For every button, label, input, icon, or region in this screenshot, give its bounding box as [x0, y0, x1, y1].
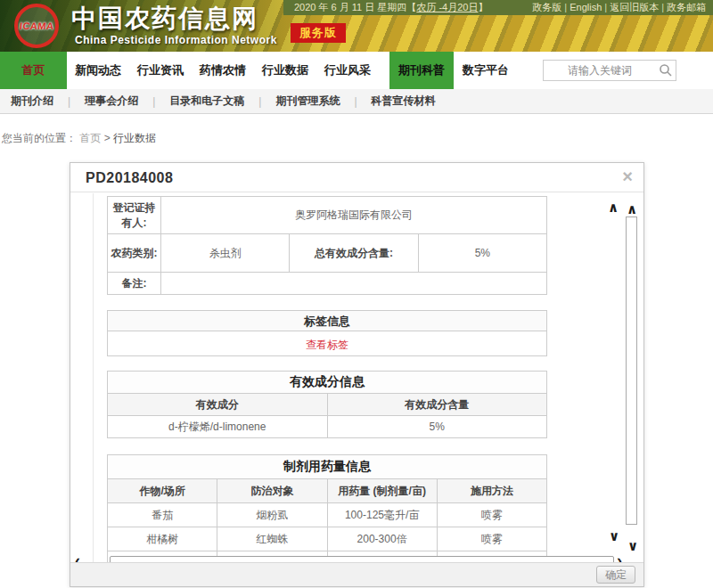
date-text: 2020 年 6 月 11 日 星期四【农历 -4月20日】: [294, 1, 488, 14]
modal-footer: 确定: [70, 562, 643, 586]
close-icon[interactable]: ×: [622, 167, 633, 185]
tab-journal-science[interactable]: 期刊科普: [389, 52, 454, 89]
registration-info-table: 登记证持有人: 奥罗阿格瑞国际有限公司 农药类别: 杀虫剂 总有效成分含量: 5…: [107, 196, 547, 295]
col-ingredient-content: 有效成分含量: [327, 394, 547, 416]
tab-industry-style[interactable]: 行业风采: [316, 52, 379, 89]
tab-pesticide-agri[interactable]: 药情农情: [192, 52, 254, 89]
col-method: 施用方法: [437, 479, 546, 503]
outer-scroll-up-icon[interactable]: ∧: [627, 202, 637, 216]
holder-value: 奥罗阿格瑞国际有限公司: [161, 197, 547, 234]
top-link-gov-mail[interactable]: 政务邮箱: [667, 2, 706, 12]
col-crop-site: 作物/场所: [108, 479, 217, 503]
dosage-table: 制剂用药量信息 作物/场所 防治对象 用药量 (制剂量/亩) 施用方法 番茄 烟…: [107, 454, 547, 564]
subnav-journal-system[interactable]: 期刊管理系统: [274, 94, 341, 109]
col-ingredient: 有效成分: [108, 394, 328, 416]
label-info-section: 标签信息 查看标签: [107, 310, 547, 356]
outer-scroll-down-icon[interactable]: ∨: [627, 539, 638, 552]
view-label-link[interactable]: 查看标签: [306, 339, 348, 351]
remark-value: [161, 273, 547, 295]
subnav-council-intro[interactable]: 理事会介绍: [83, 94, 140, 109]
page: ICAMA 中国农药信息网 China Pesticide Informatio…: [0, 0, 713, 588]
breadcrumb-current: 行业数据: [113, 132, 156, 144]
subnav-catalog-manuscript[interactable]: 目录和电子文稿: [168, 94, 246, 109]
top-link-old-version[interactable]: 返回旧版本: [610, 2, 659, 12]
modal-scroll-viewport: 登记证持有人: 奥罗阿格瑞国际有限公司 农药类别: 杀虫剂 总有效成分含量: 5…: [93, 193, 625, 564]
ingredient-section-title: 有效成分信息: [108, 372, 547, 394]
category-value: 杀虫剂: [161, 234, 290, 273]
table-row: d-柠檬烯/d-limonene 5%: [108, 416, 547, 438]
tab-home[interactable]: 首页: [0, 52, 67, 89]
search-icon[interactable]: [659, 63, 673, 78]
content-value: 5%: [418, 234, 546, 273]
search-area: [543, 52, 676, 89]
sub-nav: 期刊介绍| 理事会介绍| 目录和电子文稿| 期刊管理系统| 科普宣传材料: [0, 89, 713, 114]
icama-logo[interactable]: ICAMA: [14, 4, 59, 48]
tab-industry-info[interactable]: 行业资讯: [129, 52, 192, 89]
content-label: 总有效成分含量:: [290, 234, 418, 273]
service-version-badge[interactable]: 服务版: [291, 23, 346, 43]
main-nav: 首页 新闻动态 行业资讯 药情农情 行业数据 行业风采 期刊科普 数字平台: [0, 52, 713, 89]
label-info-title: 标签信息: [108, 311, 546, 331]
logo-text: ICAMA: [19, 20, 54, 31]
site-title: 中国农药信息网: [71, 2, 258, 36]
table-row: 番茄 烟粉虱 100-125毫升/亩 喷雾: [108, 503, 547, 527]
search-input[interactable]: [543, 60, 676, 81]
active-ingredient-table: 有效成分信息 有效成分 有效成分含量 d-柠檬烯/d-limonene 5%: [107, 371, 547, 438]
holder-label: 登记证持有人:: [108, 197, 161, 234]
breadcrumb-separator: >: [104, 132, 111, 144]
subnav-journal-intro[interactable]: 期刊介绍: [9, 94, 55, 109]
category-label: 农药类别:: [108, 234, 161, 273]
top-link-gov[interactable]: 政务版: [532, 2, 561, 12]
tab-industry-data[interactable]: 行业数据: [254, 52, 316, 89]
ok-button[interactable]: 确定: [596, 566, 635, 584]
breadcrumb-prefix: 您当前的位置：: [2, 132, 77, 144]
col-dosage: 用药量 (制剂量/亩): [327, 479, 437, 503]
vertical-scrollbar-thumb[interactable]: [626, 216, 637, 525]
site-subtitle: China Pesticide Information Network: [75, 34, 277, 46]
subnav-science-materials[interactable]: 科普宣传材料: [370, 94, 438, 109]
top-link-english[interactable]: English: [570, 2, 602, 12]
registration-detail-modal: PD20184008 × 登记证持有人: 奥罗阿格瑞国际有限公司 农药类别: 杀…: [70, 162, 644, 587]
top-links: 政务版|English|返回旧版本|政务邮箱: [532, 1, 706, 14]
tab-digital-platform[interactable]: 数字平台: [454, 52, 518, 89]
remark-label: 备注:: [108, 273, 161, 295]
scroll-down-icon[interactable]: ∨: [609, 529, 619, 543]
breadcrumb-home-link[interactable]: 首页: [79, 132, 101, 144]
lunar-date: 农历 -4月20日: [416, 2, 478, 12]
modal-title: PD20184008: [70, 163, 643, 192]
table-row: 柑橘树 红蜘蛛 200-300倍 喷雾: [108, 527, 547, 551]
top-utility-bar: 2020 年 6 月 11 日 星期四【农历 -4月20日】 政务版|Engli…: [283, 0, 713, 15]
scroll-up-icon[interactable]: ∧: [608, 200, 619, 214]
col-target: 防治对象: [217, 479, 327, 503]
dosage-section-title: 制剂用药量信息: [108, 455, 547, 479]
breadcrumb: 您当前的位置： 首页 > 行业数据: [2, 131, 156, 146]
site-header: ICAMA 中国农药信息网 China Pesticide Informatio…: [0, 0, 713, 52]
tab-news[interactable]: 新闻动态: [67, 52, 129, 89]
